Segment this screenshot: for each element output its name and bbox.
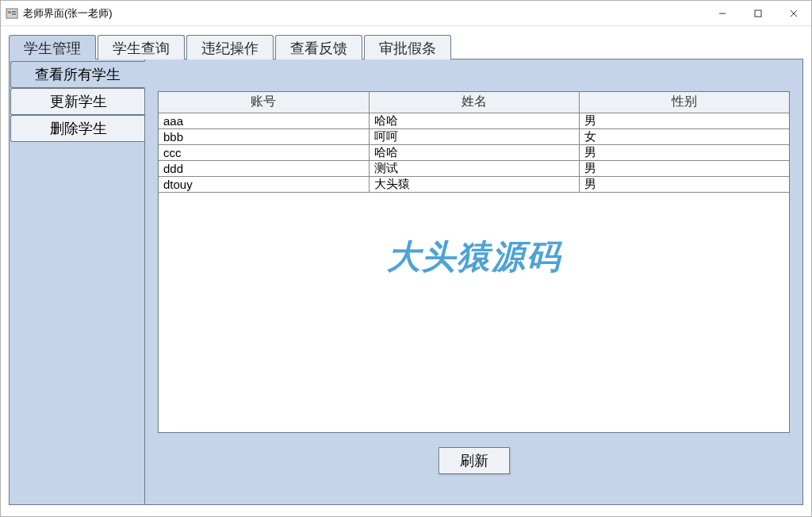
svg-rect-3 [12,13,16,15]
maximize-button[interactable] [740,2,776,25]
close-button[interactable] [776,2,811,25]
cell-account[interactable]: ddd [159,160,369,176]
svg-rect-2 [12,11,16,13]
window-title: 老师界面(张一老师) [23,6,113,21]
titlebar-buttons [704,2,811,25]
students-table-wrap: 账号 姓名 性别 aaa 哈哈 男 [158,91,790,433]
titlebar-left: 老师界面(张一老师) [6,6,113,21]
left-tabs: 查看所有学生 更新学生 删除学生 [10,59,144,504]
table-header-row: 账号 姓名 性别 [159,92,789,113]
main-panel: 查看所有学生 更新学生 删除学生 账号 姓名 性 [9,59,803,505]
cell-name[interactable]: 呵呵 [369,128,579,144]
cell-name[interactable]: 大头猿 [369,176,579,192]
table-row[interactable]: aaa 哈哈 男 [159,113,789,128]
cell-gender[interactable]: 男 [579,160,789,176]
cell-name[interactable]: 哈哈 [369,144,579,160]
tab-feedback[interactable]: 查看反馈 [275,35,362,59]
col-account[interactable]: 账号 [159,92,369,113]
subtab-update-student[interactable]: 更新学生 [10,88,145,115]
svg-rect-1 [8,11,11,13]
cell-gender[interactable]: 男 [579,176,789,192]
cell-gender[interactable]: 男 [579,144,789,160]
col-name[interactable]: 姓名 [369,92,579,113]
subtab-view-all-students[interactable]: 查看所有学生 [10,61,145,88]
cell-account[interactable]: bbb [159,128,369,144]
content-area: 学生管理 学生查询 违纪操作 查看反馈 审批假条 查看所有学生 更新学生 删除学… [1,26,811,516]
app-icon [6,7,18,20]
cell-name[interactable]: 哈哈 [369,113,579,128]
cell-name[interactable]: 测试 [369,160,579,176]
cell-gender[interactable]: 女 [579,128,789,144]
students-table[interactable]: 账号 姓名 性别 aaa 哈哈 男 [159,92,789,193]
cell-account[interactable]: aaa [159,113,369,128]
subtab-delete-student[interactable]: 删除学生 [10,115,145,142]
cell-account[interactable]: dtouy [159,176,369,192]
tab-leave-approval[interactable]: 审批假条 [364,35,451,59]
top-tabs: 学生管理 学生查询 违纪操作 查看反馈 审批假条 [9,34,803,59]
button-row: 刷新 [158,433,790,496]
svg-rect-5 [755,10,761,17]
sub-panel: 账号 姓名 性别 aaa 哈哈 男 [144,59,802,504]
app-window: 老师界面(张一老师) 学生管理 学生查询 违纪操作 查看反馈 审批假条 [0,0,812,517]
minimize-button[interactable] [704,2,740,25]
watermark-text: 大头猿源码 [159,235,789,279]
tab-student-manage[interactable]: 学生管理 [9,35,96,59]
cell-gender[interactable]: 男 [579,113,789,128]
titlebar: 老师界面(张一老师) [1,1,811,26]
table-row[interactable]: dtouy 大头猿 男 [159,176,789,192]
table-row[interactable]: bbb 呵呵 女 [159,128,789,144]
tab-violation[interactable]: 违纪操作 [186,35,274,59]
table-row[interactable]: ccc 哈哈 男 [159,144,789,160]
cell-account[interactable]: ccc [159,144,369,160]
tab-student-query[interactable]: 学生查询 [98,35,185,59]
table-row[interactable]: ddd 测试 男 [159,160,789,176]
refresh-button[interactable]: 刷新 [439,447,510,474]
col-gender[interactable]: 性别 [579,92,789,113]
